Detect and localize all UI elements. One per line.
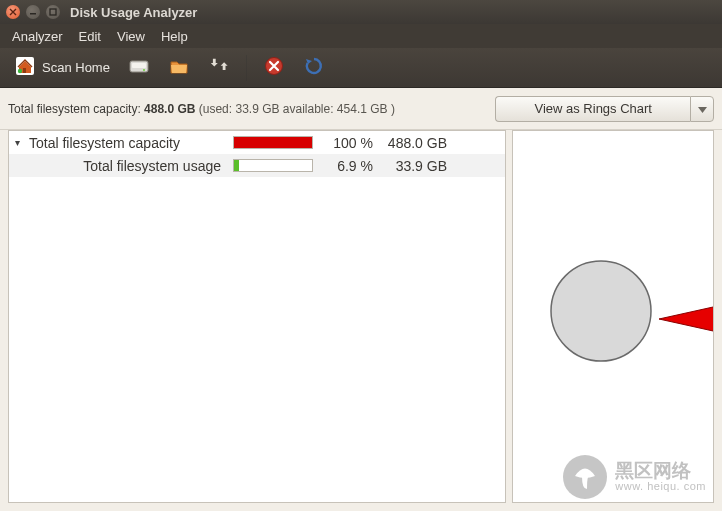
home-icon bbox=[14, 55, 36, 80]
refresh-button[interactable] bbox=[297, 53, 331, 83]
tree-pane[interactable]: ▾ Total filesystem capacity 100 % 488.0 … bbox=[8, 130, 506, 503]
stop-icon bbox=[264, 56, 284, 79]
menu-edit[interactable]: Edit bbox=[71, 26, 109, 47]
watermark-line1: 黑区网络 bbox=[615, 461, 706, 481]
svg-rect-3 bbox=[23, 68, 26, 73]
scan-home-button[interactable]: Scan Home bbox=[8, 53, 116, 83]
chart-pane bbox=[512, 130, 714, 503]
window-maximize-button[interactable] bbox=[46, 5, 60, 19]
row-percent: 100 % bbox=[319, 135, 373, 151]
window-minimize-button[interactable] bbox=[26, 5, 40, 19]
scan-filesystem-button[interactable] bbox=[122, 53, 156, 83]
rings-chart bbox=[513, 205, 713, 405]
view-selector-dropdown[interactable] bbox=[690, 96, 714, 122]
scan-remote-button[interactable] bbox=[202, 53, 236, 83]
usage-bar-fill bbox=[234, 137, 312, 148]
view-selector[interactable]: View as Rings Chart bbox=[495, 96, 714, 122]
network-transfer-icon bbox=[208, 56, 230, 79]
table-row[interactable]: Total filesystem usage 6.9 % 33.9 GB bbox=[9, 154, 505, 177]
svg-point-9 bbox=[551, 261, 651, 361]
table-row[interactable]: ▾ Total filesystem capacity 100 % 488.0 … bbox=[9, 131, 505, 154]
watermark: 黑区网络 www. heiqu. com bbox=[563, 455, 706, 499]
fs-label: Total filesystem capacity: bbox=[8, 102, 144, 116]
view-selector-label[interactable]: View as Rings Chart bbox=[495, 96, 690, 122]
svg-rect-0 bbox=[30, 13, 36, 15]
row-size: 488.0 GB bbox=[379, 135, 451, 151]
mushroom-icon bbox=[563, 455, 607, 499]
watermark-line2: www. heiqu. com bbox=[615, 481, 706, 493]
harddisk-icon bbox=[128, 56, 150, 79]
svg-point-7 bbox=[143, 69, 145, 71]
row-label: Total filesystem usage bbox=[29, 158, 227, 174]
content-area: ▾ Total filesystem capacity 100 % 488.0 … bbox=[0, 130, 722, 511]
chevron-down-icon bbox=[698, 101, 707, 116]
menu-analyzer[interactable]: Analyzer bbox=[4, 26, 71, 47]
titlebar: Disk Usage Analyzer bbox=[0, 0, 722, 24]
watermark-text: 黑区网络 www. heiqu. com bbox=[615, 461, 706, 492]
scan-home-label: Scan Home bbox=[42, 60, 110, 75]
refresh-icon bbox=[304, 56, 324, 79]
window-close-button[interactable] bbox=[6, 5, 20, 19]
fs-detail: (used: 33.9 GB available: 454.1 GB ) bbox=[195, 102, 394, 116]
row-size: 33.9 GB bbox=[379, 158, 451, 174]
usage-bar bbox=[233, 136, 313, 149]
window-title: Disk Usage Analyzer bbox=[70, 5, 197, 20]
fs-capacity-value: 488.0 GB bbox=[144, 102, 195, 116]
row-label: Total filesystem capacity bbox=[29, 135, 227, 151]
menu-view[interactable]: View bbox=[109, 26, 153, 47]
filesystem-capacity-text: Total filesystem capacity: 488.0 GB (use… bbox=[8, 102, 395, 116]
infobar: Total filesystem capacity: 488.0 GB (use… bbox=[0, 88, 722, 130]
scan-folder-button[interactable] bbox=[162, 53, 196, 83]
toolbar: Scan Home bbox=[0, 48, 722, 88]
row-percent: 6.9 % bbox=[319, 158, 373, 174]
menu-help[interactable]: Help bbox=[153, 26, 196, 47]
svg-point-4 bbox=[18, 69, 22, 73]
toolbar-separator bbox=[246, 55, 247, 81]
svg-rect-6 bbox=[132, 63, 146, 68]
svg-rect-1 bbox=[50, 9, 56, 15]
folder-icon bbox=[168, 56, 190, 79]
usage-bar bbox=[233, 159, 313, 172]
menubar: Analyzer Edit View Help bbox=[0, 24, 722, 48]
disclosure-triangle-icon[interactable]: ▾ bbox=[11, 137, 23, 148]
usage-bar-fill bbox=[234, 160, 239, 171]
stop-button[interactable] bbox=[257, 53, 291, 83]
